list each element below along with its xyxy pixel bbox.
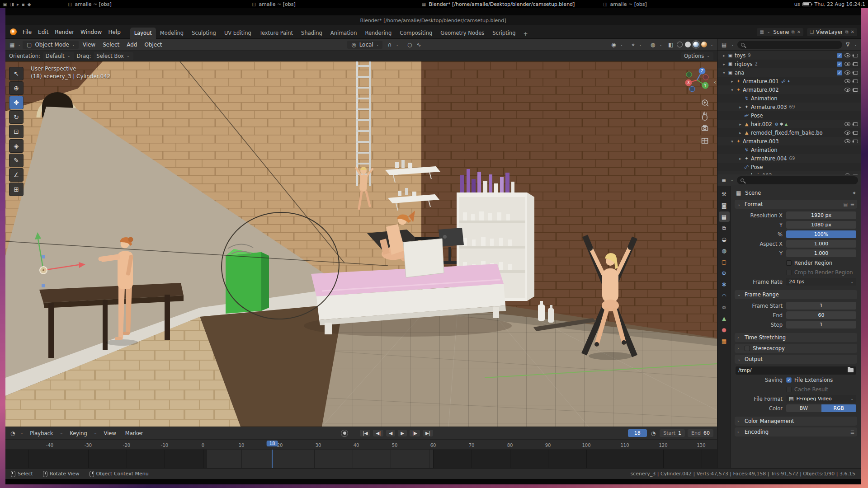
move-tool[interactable]: ✥ [9,96,24,109]
prev-keyframe-button[interactable]: ◀| [373,430,383,436]
tab-compositing[interactable]: Compositing [396,28,436,39]
mode-dropdown[interactable]: ▢ Object Mode ⌄ [23,41,79,49]
file-format-dropdown[interactable]: ▤ FFmpeg Video ⌄ [786,395,856,403]
tab-physics[interactable]: ◠ [719,291,730,301]
options-dropdown[interactable]: Options ⌄ [681,52,713,60]
panel-encoding-header[interactable]: › Encoding ☰ [735,427,857,436]
pan-hand-button[interactable] [703,112,707,120]
viewlayer-selector[interactable]: ❏ ViewLayer ⧉ ✕ [807,28,857,36]
collection-checkbox[interactable] [837,61,842,67]
viewport-canvas[interactable]: ↖ ⊕ ✥ ↻ ⊡ ◈ ✎ ∠ ⊞ User Perspective [5,61,717,427]
filter-icon[interactable]: ∇ [844,42,851,48]
proportional-edit-toggle[interactable]: ○ ∿ [403,41,425,49]
menu-playback[interactable]: Playback [27,429,56,438]
tab-material[interactable]: ● [719,324,730,335]
frame-step-field[interactable]: 1 [786,321,856,328]
color-bw-button[interactable]: BW [786,404,821,412]
measure-tool[interactable]: ∠ [9,168,24,182]
panel-time-stretching-header[interactable]: › Time Stretching [735,333,857,342]
scale-tool[interactable]: ⊡ [9,125,24,138]
tab-texture-paint[interactable]: Texture Paint [255,28,297,39]
shading-solid-button[interactable] [685,42,691,47]
editor-type-icon[interactable]: ▤ [720,42,728,48]
camera-visibility-icon[interactable] [853,140,858,143]
tab-constraints[interactable]: ∞ [719,302,730,312]
eye-icon[interactable] [844,53,850,57]
camera-visibility-icon[interactable] [853,80,858,83]
frame-start-field[interactable]: 1 [786,302,856,310]
eye-icon[interactable] [844,131,850,135]
menu-render[interactable]: Render [52,28,77,37]
outliner-row-pose[interactable]: ☍ Pose [717,163,861,171]
workspace-icon[interactable]: ◨ [9,2,14,7]
navigation-gizmo[interactable]: Z X Y [683,65,712,96]
outliner-row-armature-002[interactable]: ▾ ✦ Armature.002 [717,85,861,94]
tab-modeling[interactable]: Modeling [156,28,188,39]
frame-start-field[interactable]: Start 1 [660,429,685,437]
axis-neg-x-handle[interactable] [703,75,708,80]
camera-visibility-icon[interactable] [853,62,858,66]
camera-visibility-icon[interactable] [853,122,858,126]
outliner-row-armature-004-data[interactable]: ▸ ✦ Armature.004 69 [717,154,861,163]
workspace-icon[interactable]: ▸ [17,2,19,7]
timeline-track[interactable] [5,450,717,468]
drag-dropdown[interactable]: Select Box ⌄ [94,52,133,60]
tab-shading[interactable]: Shading [297,28,326,39]
disclosure-icon[interactable]: ▸ [737,131,743,135]
tab-uv-editing[interactable]: UV Editing [220,28,255,39]
tab-scene[interactable]: ◒ [719,234,730,244]
aspect-y-field[interactable]: 1.000 [786,249,856,257]
playhead-line[interactable] [272,450,273,468]
camera-visibility-icon[interactable] [853,54,858,57]
outliner-row-hair-003[interactable]: ▸ ▲ hair.003 [717,171,861,174]
camera-visibility-icon[interactable] [853,88,858,92]
annotate-tool[interactable]: ✎ [9,154,24,167]
aspect-x-field[interactable]: 1.000 [786,240,856,248]
editor-type-icon[interactable]: ≡ [720,177,727,183]
menu-object[interactable]: Object [141,40,165,49]
menu-keying[interactable]: Keying [66,429,90,438]
disclosure-icon[interactable]: ▾ [729,88,735,92]
menu-help[interactable]: Help [105,28,123,37]
visibility-dropdown[interactable]: ◉ ⌄ [607,41,627,49]
collection-checkbox[interactable] [837,70,842,75]
crop-region-checkbox[interactable] [786,270,792,275]
eye-icon[interactable] [844,139,850,143]
add-cube-tool[interactable]: ⊞ [9,183,24,196]
tab-rendering[interactable]: Rendering [361,28,396,39]
outliner-row-ana[interactable]: ▾ ▣ ana [717,68,861,77]
disclosure-icon[interactable]: ▸ [737,105,743,109]
panel-menu-icon[interactable]: ☰ [850,202,854,207]
disclosure-icon[interactable]: ▾ [729,139,735,144]
tab-world[interactable]: ◍ [719,245,730,256]
stereoscopy-checkbox[interactable] [745,346,750,351]
menu-file[interactable]: File [19,28,35,37]
color-rgb-button[interactable]: RGB [821,404,857,412]
overlays-dropdown[interactable]: ◍ ⌄ [646,41,666,49]
ortho-grid-button[interactable] [702,138,708,143]
next-keyframe-button[interactable]: |▶ [410,430,420,436]
menu-edit[interactable]: Edit [35,28,52,37]
transform-orientation-dropdown[interactable]: ◎ Local ⌄ [347,41,382,49]
add-workspace-button[interactable]: + [519,29,531,39]
outliner-row-remodel[interactable]: ▸ ▲ remodel_fixed.fem_bake.bo [717,128,861,137]
orientation-dropdown[interactable]: Default ⌄ [43,52,74,60]
camera-visibility-icon[interactable] [853,71,858,75]
scene-selector[interactable]: ▦ ⌄ Scene ⧉ ✕ [757,28,803,36]
tab-layout[interactable]: Layout [130,28,156,39]
os-window-title[interactable]: amalie ~ [obs] [75,1,111,7]
menu-select[interactable]: Select [99,40,123,49]
outliner-row-animation[interactable]: ↯ Animation [717,145,861,154]
frame-rate-dropdown[interactable]: 24 fps ⌄ [786,278,856,286]
disclosure-icon[interactable]: ▸ [737,156,743,161]
panel-output-header[interactable]: ⌄ Output [735,355,857,364]
remove-viewlayer-icon[interactable]: ✕ [851,29,854,34]
menu-view[interactable]: View [80,40,99,49]
properties-search-input[interactable] [737,176,858,184]
gizmos-dropdown[interactable]: ⌖ ⌄ [627,41,645,49]
folder-icon[interactable] [848,368,854,372]
new-viewlayer-icon[interactable]: ⧉ [845,29,848,35]
render-region-checkbox[interactable] [786,260,792,266]
eye-icon[interactable] [844,122,850,126]
shading-material-button[interactable] [693,42,699,47]
